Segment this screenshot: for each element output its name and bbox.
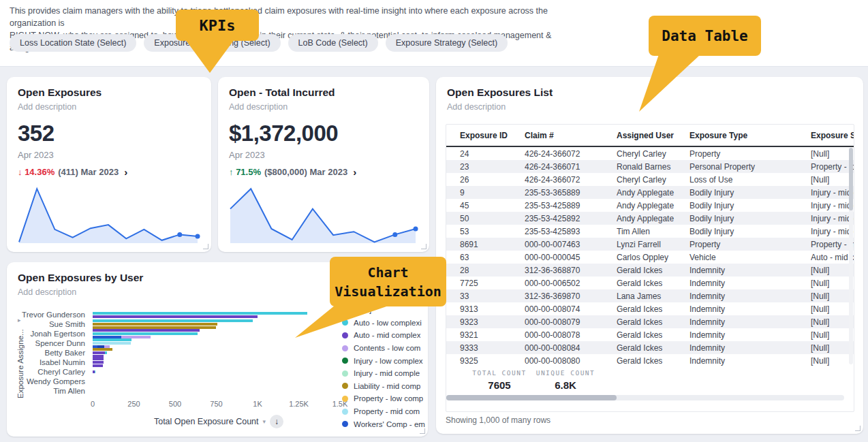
table-row[interactable]: 9325000-00-008080Gerald IckesIndemnity[N… <box>446 354 854 367</box>
filter-chip[interactable]: Exposure Strategy (Select) <box>386 34 508 52</box>
delta-context: (411) Mar 2023 <box>58 167 119 177</box>
table-row[interactable]: 33312-36-369870Lana JamesIndemnity[Null] <box>446 289 854 302</box>
bar-segment[interactable] <box>93 338 131 341</box>
table-horizontal-scrollbar[interactable] <box>446 395 844 400</box>
bar-segment[interactable] <box>93 312 307 315</box>
bar-segment[interactable] <box>93 358 104 360</box>
table-cell: Indemnity <box>689 343 811 353</box>
legend-item[interactable]: Auto - mid complex <box>342 329 427 342</box>
table-cell: [Null] <box>811 279 854 288</box>
table-row[interactable]: 7725000-00-006502Gerald IckesIndemnity[N… <box>446 277 854 289</box>
table-cell: 000-00-008078 <box>525 330 617 340</box>
legend-label: Auto - low complexi <box>354 319 422 327</box>
bar-segment[interactable] <box>93 332 198 335</box>
x-axis-tick: 0 <box>91 400 95 408</box>
table-column-header[interactable]: Assigned User <box>617 131 689 140</box>
kpi-add-description[interactable]: Add description <box>18 102 76 112</box>
table-cell: Gerald Ickes <box>617 356 689 366</box>
scrollbar-thumb[interactable] <box>849 148 853 210</box>
table-cell: Ronald Barnes <box>617 162 689 172</box>
filter-chip[interactable]: LoB Code (Select) <box>288 34 378 52</box>
table-column-header[interactable]: Claim # <box>525 131 617 140</box>
resize-handle[interactable] <box>203 244 208 249</box>
bar-segment[interactable] <box>93 342 131 345</box>
table-cell: [Null] <box>811 175 854 185</box>
x-axis-tick: 1K <box>253 400 262 408</box>
x-axis-label-row: Total Open Exposure Count ▾ ↓ <box>72 415 365 428</box>
bar-segment[interactable] <box>93 351 105 354</box>
bar-category-label: Wendy Gompers <box>7 377 85 386</box>
resize-handle[interactable] <box>855 426 861 431</box>
table-row[interactable]: 9323000-00-008079Gerald IckesIndemnity[N… <box>446 315 854 328</box>
table-add-description[interactable]: Add description <box>447 102 506 112</box>
y-axis-category-labels: Trevor GundersonSue SmithJonah EgertsonS… <box>7 310 85 396</box>
resize-handle[interactable] <box>421 244 427 249</box>
table-cell: [Null] <box>811 317 854 327</box>
bar-segment[interactable] <box>93 323 217 326</box>
table-row[interactable]: 9333000-00-008084Gerald IckesIndemnity[N… <box>446 341 854 354</box>
bar-segment[interactable] <box>93 329 200 332</box>
bar-segment[interactable] <box>105 351 106 354</box>
legend-item[interactable]: Liability - mid comp <box>342 380 427 393</box>
table-row[interactable]: 45235-53-425889Andy ApplegateBodily Inju… <box>446 199 854 212</box>
chart-add-description[interactable]: Add description <box>18 287 76 297</box>
legend-item[interactable]: Property - low comp <box>342 392 427 405</box>
table-column-header[interactable]: Exposure Segm <box>811 131 854 140</box>
bar-segment[interactable] <box>93 361 104 364</box>
legend-item[interactable]: Injury - low complex <box>342 354 427 367</box>
table-cell: 9313 <box>446 304 525 314</box>
bar-group <box>93 377 345 386</box>
table-cell: 63 <box>446 253 525 262</box>
table-column-header[interactable]: Exposure Type <box>689 131 811 140</box>
table-row[interactable]: 9235-53-365889Andy ApplegateBodily Injur… <box>446 186 854 199</box>
bar-segment[interactable] <box>93 319 253 322</box>
table-row[interactable]: 63000-00-000045Carlos OppleyVehicleAuto … <box>446 251 854 264</box>
resize-handle[interactable] <box>420 428 425 434</box>
table-row[interactable]: 53235-53-425893Tim AllenBodily InjuryInj… <box>446 225 854 238</box>
table-row[interactable]: 23426-24-366071Ronald BarnesPersonal Pro… <box>446 160 854 173</box>
legend-item[interactable]: Injury - mid comple <box>342 367 427 380</box>
table-column-header[interactable]: Exposure ID <box>446 131 525 140</box>
table-cell: Property <box>689 240 811 249</box>
table-cell: 000-00-008074 <box>525 304 617 314</box>
table-row[interactable]: 28312-36-368870Gerald IckesIndemnity[Nul… <box>446 264 854 277</box>
bar-segment[interactable] <box>93 364 103 367</box>
chevron-right-icon[interactable]: › <box>353 166 356 178</box>
table-row[interactable]: 9321000-00-008078Gerald IckesIndemnity[N… <box>446 328 854 341</box>
bar-segment[interactable] <box>95 370 95 373</box>
chevron-down-icon[interactable]: ▾ <box>263 418 266 425</box>
table-row[interactable]: 8691000-00-007463Lynzi FarrellPropertyPr… <box>446 238 854 251</box>
sort-descending-button[interactable]: ↓ <box>270 415 283 428</box>
bar-group <box>93 348 345 358</box>
x-axis-label[interactable]: Total Open Exposure Count <box>154 417 259 426</box>
table-cell: Injury - mid co <box>811 227 854 236</box>
legend-item[interactable]: Contents - low com <box>342 342 427 355</box>
bar-segment[interactable] <box>93 315 258 318</box>
kpi-add-description[interactable]: Add description <box>229 102 288 112</box>
legend-item[interactable]: Property - mid com <box>342 405 427 418</box>
table-cell: 8691 <box>446 240 525 249</box>
table-row[interactable]: 26426-24-366072Cheryl CarleyLoss of Use[… <box>446 173 854 186</box>
table-cell: 33 <box>446 291 525 301</box>
legend-item[interactable]: Workers' Comp - em <box>342 417 427 430</box>
filter-chip[interactable]: Loss Location State (Select) <box>10 34 136 52</box>
bar-segment[interactable] <box>93 348 112 351</box>
legend-label: Property - low comp <box>354 394 423 402</box>
table-cell: [Null] <box>811 149 854 159</box>
data-table-annotation-text: Data Table <box>662 28 747 44</box>
dashboard-root: { "header": { "description_line1": "This… <box>0 0 868 442</box>
table-row[interactable]: 50235-53-425892Andy ApplegateBodily Inju… <box>446 212 854 225</box>
bar-group <box>93 358 345 367</box>
table-cell: 426-24-366071 <box>525 162 617 172</box>
table-cell: 000-00-006502 <box>525 279 617 288</box>
x-axis-tick: 500 <box>169 400 181 408</box>
legend-item[interactable]: Auto - low complexi <box>342 317 427 330</box>
table-cell: Lynzi Farrell <box>617 240 689 249</box>
chevron-right-icon[interactable]: › <box>124 166 127 178</box>
legend-label: [Null] <box>354 306 371 314</box>
kpi-period: Apr 2023 <box>18 150 54 160</box>
table-vertical-scrollbar[interactable] <box>849 148 853 364</box>
table-row[interactable]: 24426-24-366072Cheryl CarleyProperty[Nul… <box>446 147 854 160</box>
scrollbar-thumb[interactable] <box>446 395 617 400</box>
table-row[interactable]: 9313000-00-008074Gerald IckesIndemnity[N… <box>446 302 854 315</box>
